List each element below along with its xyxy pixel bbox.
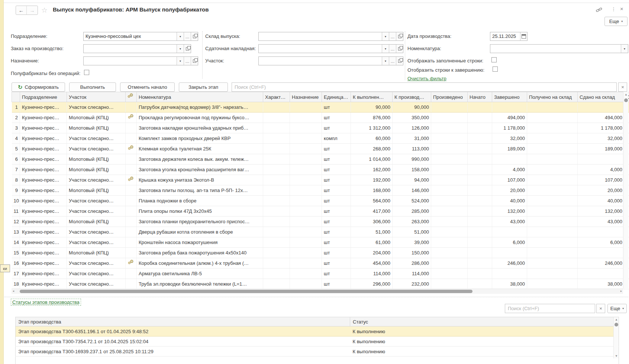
cell-received-warehouse[interactable] [527,113,578,123]
cell-purpose[interactable] [290,248,322,258]
table-row[interactable]: 2 Кузнечно-прес… Молотовый (КПЦ) ⚙⚙ Прок… [12,113,629,123]
col-started[interactable]: Начато [468,92,492,102]
cell-area[interactable]: Молотовый (КПЦ) [67,217,126,227]
cell-produced[interactable] [431,258,468,269]
cell-produced[interactable] [431,248,468,258]
cell-characteristic[interactable] [263,102,290,113]
cell-to-execute[interactable]: 296,000 [351,279,393,289]
open-icon[interactable] [184,45,191,53]
cell-rownum[interactable]: 7 [12,165,20,175]
cell-started[interactable] [468,196,492,206]
cell-started[interactable] [468,227,492,237]
cell-started[interactable] [468,217,492,227]
cell-started[interactable] [468,279,492,289]
show-filled-rows-checkbox[interactable] [491,57,497,62]
cell-started[interactable] [468,144,492,154]
cell-operations[interactable]: ⚙⚙ [126,175,137,185]
cell-to-execute[interactable]: 564,000 [351,196,393,206]
cell-operations[interactable]: ⚙⚙ [126,102,137,113]
col-status[interactable]: Статус [350,317,619,326]
forward-button[interactable]: → [27,6,38,14]
cell-to-execute[interactable]: 90,000 [351,102,393,113]
cell-rownum[interactable]: 10 [12,196,20,206]
execute-button[interactable]: Выполнить [69,82,116,92]
cell-produced[interactable] [431,196,468,206]
table-row[interactable]: 15 Кузнечно-прес… Молотовый (КПЦ) ⚙⚙ Заг… [12,248,629,258]
table-row[interactable]: 14 Кузнечно-прес… Участок слесарно… ⚙⚙ К… [12,237,629,248]
cell-to-execute[interactable]: 51,000 [351,227,393,237]
table-row[interactable]: 11 Кузнечно-прес… Участок слесарно… ⚙⚙ П… [12,206,629,217]
clear-filter-link[interactable]: Очистить фильтр [407,76,446,81]
cell-production-stage[interactable]: Этап производства Т300-7354.72.1 от 10.0… [16,337,350,347]
cell-purpose[interactable] [290,269,322,279]
cell-department[interactable]: Кузнечно-прес… [20,144,67,154]
purpose-field[interactable]: ▼ … [83,56,198,65]
choose-icon[interactable]: … [184,32,191,40]
col-delivered-warehouse[interactable]: Сдано на склад [578,92,625,102]
cell-to-execute[interactable]: 61,000 [351,237,393,248]
cell-delivered-warehouse[interactable] [578,102,625,113]
cell-area[interactable]: Участок слесарно… [67,175,126,185]
output-warehouse-value[interactable] [259,32,382,40]
show-rows-to-complete-checkbox[interactable] [493,66,498,72]
cell-nomenclature[interactable]: Клемная коробка туалетная 25К [137,144,263,154]
cell-received-warehouse[interactable] [527,133,578,144]
cell-area[interactable]: Участок слесарно… [67,102,126,113]
cell-to-produce[interactable]: 90,000 [393,102,431,113]
col-purpose[interactable]: Назначение [290,92,322,102]
cell-rownum[interactable]: 9 [12,185,20,196]
col-to-produce[interactable]: К производ… [393,92,431,102]
cell-produced[interactable] [431,279,468,289]
cell-area[interactable]: Участок слесарно… [67,206,126,217]
cell-delivered-warehouse[interactable]: 132,000 [578,206,625,217]
cell-unit[interactable]: шт [322,123,351,133]
cell-delivered-warehouse[interactable] [578,269,625,279]
stage-row[interactable]: Этап производства Т300-7354.72.1 от 10.0… [16,337,619,347]
table-row[interactable]: 4 Кузнечно-прес… Участок слесарно… ⚙⚙ Ко… [12,133,629,144]
cell-produced[interactable] [431,217,468,227]
cell-completed[interactable]: 107,000 [492,175,527,185]
cell-area[interactable]: Участок слесарно… [67,269,126,279]
cell-received-warehouse[interactable] [527,248,578,258]
cell-purpose[interactable] [290,237,322,248]
cell-delivered-warehouse[interactable]: 246,000 [578,258,625,269]
cell-unit[interactable]: шт [322,165,351,175]
cell-operations[interactable]: ⚙⚙ [126,144,137,154]
cell-department[interactable]: Кузнечно-прес… [20,102,67,113]
cell-rownum[interactable]: 18 [12,279,20,289]
scrollbar-thumb[interactable] [615,323,618,326]
cell-delivered-warehouse[interactable] [578,154,625,165]
cell-area[interactable]: Молотовый (КПЦ) [67,113,126,123]
choose-icon[interactable]: … [389,32,396,40]
cell-received-warehouse[interactable] [527,175,578,185]
cell-completed[interactable]: 32,000 [492,133,527,144]
cell-received-warehouse[interactable] [527,165,578,175]
cell-characteristic[interactable] [263,185,290,196]
cell-started[interactable] [468,258,492,269]
cell-to-produce[interactable]: 39,000 [393,237,431,248]
cell-completed[interactable]: 189,000 [492,144,527,154]
cell-purpose[interactable] [290,217,322,227]
stage-row[interactable]: Этап производства Т300-16939.237.1 от 25… [16,347,619,357]
cell-to-execute[interactable]: 1 312,000 [351,123,393,133]
cell-nomenclature[interactable]: Плита опоры полки 47Д 3х20х45 [137,206,263,217]
cell-department[interactable]: Кузнечно-прес… [20,154,67,165]
open-icon[interactable] [396,45,403,53]
cell-produced[interactable] [431,237,468,248]
table-row[interactable]: 16 Кузнечно-прес… Участок слесарно… ⚙⚙ К… [12,258,629,269]
cell-to-execute[interactable]: 60,000 [351,133,393,144]
cell-nomenclature[interactable]: Дверца рубашки котла отопления в сборе [137,227,263,237]
production-date-field[interactable]: 25.11.2025 [490,32,528,41]
cell-nomenclature[interactable]: Патрубок датчика(под водомер) 3/8"- наре… [137,102,263,113]
table-row[interactable]: 7 Кузнечно-прес… Молотовый (КПЦ) ⚙⚙ Заго… [12,165,629,175]
cell-operations[interactable]: ⚙⚙ [126,154,137,165]
cell-nomenclature[interactable]: Заготовка плиты поглощ. ап-та типа Р-5П-… [137,185,263,196]
scroll-left-icon[interactable]: ◂ [13,289,14,293]
open-icon[interactable] [191,57,198,65]
cell-unit[interactable]: шт [322,248,351,258]
cell-department[interactable]: Кузнечно-прес… [20,123,67,133]
nomenclature-field[interactable]: ▼ [490,44,628,53]
vertical-scrollbar[interactable]: ▲ [623,92,628,289]
table-row[interactable]: 8 Кузнечно-прес… Участок слесарно… ⚙⚙ Кр… [12,175,629,185]
area-value[interactable] [259,57,382,65]
